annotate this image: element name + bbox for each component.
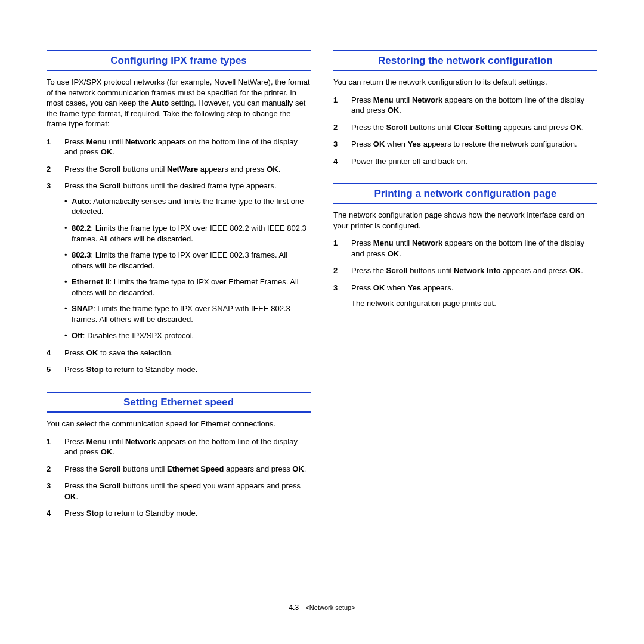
heading-ethernet: Setting Ethernet speed: [47, 392, 311, 413]
steps-print: Press Menu until Network appears on the …: [333, 238, 597, 293]
list-item: 802.3: Limits the frame type to IPX over…: [64, 250, 311, 271]
step: Power the printer off and back on.: [333, 156, 597, 167]
step: Press Stop to return to Standby mode.: [47, 364, 311, 375]
intro-ipx: To use IPX/SPX protocol networks (for ex…: [47, 77, 311, 129]
step: Press Menu until Network appears on the …: [333, 95, 597, 116]
heading-print: Printing a network configuration page: [333, 183, 597, 204]
intro-print: The network configuration page shows how…: [333, 210, 597, 231]
step: Press Menu until Network appears on the …: [47, 436, 311, 457]
intro-ethernet: You can select the communication speed f…: [47, 419, 311, 429]
list-item: SNAP: Limits the frame type to IPX over …: [64, 304, 311, 324]
list-item: Off: Disables the IPX/SPX protocol.: [64, 330, 311, 341]
section-restore: Restoring the network configuration You …: [333, 50, 597, 166]
section-ethernet: Setting Ethernet speed You can select th…: [47, 392, 311, 519]
steps-ethernet: Press Menu until Network appears on the …: [47, 436, 311, 519]
section-print: Printing a network configuration page Th…: [333, 183, 597, 308]
list-item: Auto: Automatically senses and limits th…: [64, 196, 311, 217]
step: Press Stop to return to Standby mode.: [47, 508, 311, 519]
step: Press OK to save the selection.: [47, 348, 311, 358]
intro-restore: You can return the network configuration…: [333, 77, 597, 88]
step: Press OK when Yes appears to restore the…: [333, 139, 597, 150]
list-item: 802.2: Limits the frame type to IPX over…: [64, 223, 311, 244]
frame-type-list: Auto: Automatically senses and limits th…: [64, 196, 311, 341]
heading-restore: Restoring the network configuration: [333, 50, 597, 71]
step: Press the Scroll buttons until Ethernet …: [47, 464, 311, 475]
step: Press OK when Yes appears.: [333, 283, 597, 293]
footer-page: 3: [295, 603, 299, 612]
step: Press the Scroll buttons until NetWare a…: [47, 164, 311, 175]
list-item: Ethernet II: Limits the frame type to IP…: [64, 277, 311, 298]
step: Press Menu until Network appears on the …: [333, 238, 597, 259]
step: Press the Scroll buttons until Network I…: [333, 265, 597, 276]
step: Press the Scroll buttons until the speed…: [47, 481, 311, 501]
page-columns: Configuring IPX frame types To use IPX/S…: [47, 50, 597, 535]
footer-chapter-name: <Network setup>: [305, 604, 355, 611]
print-result-text: The network configuration page prints ou…: [333, 298, 597, 309]
step: Press the Scroll buttons until Clear Set…: [333, 122, 597, 133]
steps-ipx: Press Menu until Network appears on the …: [47, 137, 311, 375]
right-column: Restoring the network configuration You …: [333, 50, 597, 535]
section-ipx: Configuring IPX frame types To use IPX/S…: [47, 50, 311, 375]
footer-chapter: 4.: [289, 603, 295, 612]
step: Press Menu until Network appears on the …: [47, 137, 311, 157]
heading-ipx: Configuring IPX frame types: [47, 50, 311, 71]
step: Press the Scroll buttons until the desir…: [47, 181, 311, 341]
steps-restore: Press Menu until Network appears on the …: [333, 95, 597, 167]
page-footer: 4.3 <Network setup>: [47, 600, 597, 615]
left-column: Configuring IPX frame types To use IPX/S…: [47, 50, 311, 535]
